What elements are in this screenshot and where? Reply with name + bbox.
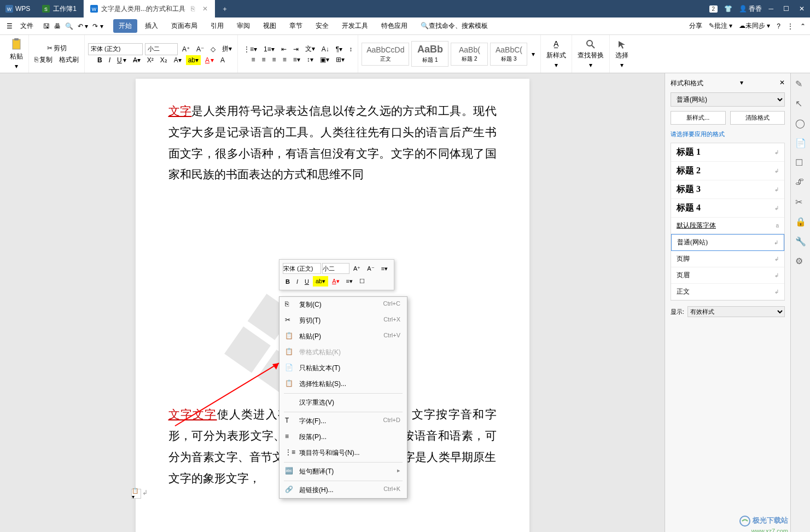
text-direction-icon[interactable]: 文▾ — [303, 43, 317, 55]
file-menu[interactable]: 文件 — [16, 19, 38, 33]
copy-button[interactable]: ⎘ 复制 — [32, 54, 55, 66]
clear-format-icon[interactable]: ◇ — [208, 44, 218, 54]
share-button[interactable]: 分享 — [689, 21, 702, 31]
undo-icon[interactable]: ↶ ▾ — [78, 22, 88, 30]
current-style-select[interactable]: 普通(网站) — [671, 92, 785, 107]
font-size-select[interactable] — [145, 43, 178, 55]
style-h2[interactable]: AaBb(标题 2 — [451, 43, 488, 66]
close-window-icon[interactable]: ✕ — [799, 5, 805, 13]
mini-fontcolor-icon[interactable]: A▾ — [329, 276, 342, 287]
mini-align-icon[interactable]: ≡▾ — [343, 276, 356, 287]
format-painter-button[interactable]: 格式刷 — [57, 54, 81, 66]
align-left-icon[interactable]: ≡ — [249, 55, 258, 65]
style-h3[interactable]: AaBbC(标题 3 — [490, 43, 527, 66]
style-item[interactable]: 标题 3↲ — [671, 180, 784, 199]
ctx-link[interactable]: 🔗超链接(H)...Ctrl+K — [279, 482, 407, 498]
menu-tab-layout[interactable]: 页面布局 — [166, 19, 203, 33]
mini-italic-icon[interactable]: I — [294, 277, 301, 287]
line-spacing-icon[interactable]: ↕▾ — [305, 55, 316, 65]
mini-highlight-icon[interactable]: ab▾ — [313, 276, 328, 287]
font-color-icon[interactable]: A▾ — [203, 55, 216, 65]
ctx-item[interactable]: 汉字重选(V) — [279, 395, 407, 411]
borders-icon[interactable]: ⊞▾ — [334, 55, 347, 65]
rail-edit-icon[interactable]: ✎ — [795, 79, 806, 90]
menu-tab-home[interactable]: 开始 — [113, 19, 137, 33]
menu-tab-dev[interactable]: 开发工具 — [336, 19, 374, 33]
style-item[interactable]: 普通(网站)↲ — [671, 234, 784, 251]
ctx-paste-sel[interactable]: 📋选择性粘贴(S)... — [279, 376, 407, 392]
chevron-icon[interactable]: ⌃ — [800, 22, 806, 30]
preview-icon[interactable]: 🔍 — [65, 22, 73, 30]
shading-icon[interactable]: ▣▾ — [318, 55, 331, 65]
rail-doc-icon[interactable]: 📄 — [795, 138, 806, 149]
rail-gear-icon[interactable]: ⚙ — [795, 256, 806, 267]
menu-tab-view[interactable]: 视图 — [258, 19, 282, 33]
new-style-button[interactable]: A̲ 新样式▾ — [544, 37, 568, 71]
underline-icon[interactable]: U▾ — [115, 55, 129, 65]
phonetic-icon[interactable]: 拼▾ — [220, 43, 234, 55]
strike-icon[interactable]: A̶▾ — [131, 55, 143, 65]
clear-format-panel-button[interactable]: 清除格式 — [730, 111, 785, 125]
style-item[interactable]: 标题 1↲ — [671, 143, 784, 162]
menu-tab-special[interactable]: 特色应用 — [376, 19, 413, 33]
superscript-icon[interactable]: X² — [145, 55, 156, 65]
tab-document[interactable]: W 文字是人类用...的方式和工具 ⎘ ✕ — [84, 0, 215, 17]
show-styles-select[interactable]: 有效样式 — [687, 306, 785, 317]
decrease-font-icon[interactable]: A⁻ — [194, 44, 206, 54]
paste-options-button[interactable]: 📋▾ — [131, 489, 141, 499]
bold-icon[interactable]: B — [95, 55, 104, 65]
hamburger-icon[interactable]: ☰ — [4, 20, 15, 32]
ctx-translate[interactable]: 🔤短句翻译(T)▸ — [279, 464, 407, 480]
text-effect-icon[interactable]: A▾ — [172, 55, 184, 65]
collapse-icon[interactable]: ⋮ — [787, 22, 794, 30]
ctx-paste[interactable]: 📋粘贴(P)Ctrl+V — [279, 329, 407, 344]
mini-font-select[interactable] — [283, 263, 321, 274]
increase-indent-icon[interactable]: ⇥ — [291, 44, 301, 54]
ctx-bullets[interactable]: ⋮≡项目符号和编号(N)... — [279, 445, 407, 461]
ctx-font[interactable]: T字体(F)...Ctrl+D — [279, 413, 407, 429]
style-h1[interactable]: AaBb标题 1 — [411, 41, 448, 67]
search-box[interactable]: 🔍查找命令、搜索模板 — [415, 19, 493, 33]
increase-font-icon[interactable]: A⁺ — [180, 44, 192, 54]
mini-size-select[interactable] — [322, 263, 349, 274]
ctx-para[interactable]: ≡段落(P)... — [279, 429, 407, 445]
rail-link-icon[interactable]: 🖇 — [795, 177, 806, 188]
style-item[interactable]: 页脚↲ — [671, 251, 784, 267]
select-button[interactable]: 选择▾ — [613, 37, 631, 71]
mini-list-icon[interactable]: ≡▾ — [378, 264, 391, 274]
mini-underline-icon[interactable]: U — [302, 277, 312, 287]
rail-clip-icon[interactable]: ✂ — [795, 197, 806, 208]
paragraph-1[interactable]: 文字是人类用符号记录表达信息以传之久远的方式和工具。现代文字大多是记录语言的工具… — [168, 101, 497, 185]
rail-tool-icon[interactable]: 🔧 — [795, 236, 806, 247]
find-replace-button[interactable]: 查找替换▾ — [575, 37, 606, 71]
maximize-icon[interactable]: ☐ — [783, 5, 789, 13]
ctx-cut[interactable]: ✂剪切(T)Ctrl+X — [279, 313, 407, 329]
mini-outline-icon[interactable]: ☐ — [357, 276, 368, 287]
show-marks-icon[interactable]: ¶▾ — [334, 44, 345, 54]
sync-button[interactable]: ☁未同步 ▾ — [739, 21, 770, 31]
cut-button[interactable]: ✂ 剪切 — [45, 43, 69, 54]
ctx-paste-text[interactable]: 📄只粘贴文本(T) — [279, 360, 407, 376]
style-normal[interactable]: AaBbCcDd正文 — [362, 43, 409, 66]
panel-close-icon[interactable]: ✕ — [779, 79, 785, 88]
style-item[interactable]: 标题 2↲ — [671, 162, 784, 180]
style-item[interactable]: 页眉↲ — [671, 267, 784, 284]
save-icon[interactable]: 🖫 — [43, 22, 50, 30]
subscript-icon[interactable]: X₂ — [158, 55, 170, 65]
align-center-icon[interactable]: ≡ — [260, 55, 268, 65]
notification-badge[interactable]: 2 — [709, 5, 718, 13]
align-justify-icon[interactable]: ≡ — [281, 55, 289, 65]
new-style-panel-button[interactable]: 新样式... — [671, 111, 726, 125]
rail-box-icon[interactable]: ☐ — [795, 157, 806, 168]
annotate-button[interactable]: ✎批注 ▾ — [709, 21, 732, 31]
line-space-icon[interactable]: ↕ — [347, 44, 354, 54]
menu-tab-review[interactable]: 审阅 — [231, 19, 255, 33]
sort-icon[interactable]: A↓ — [319, 44, 331, 54]
bullets-icon[interactable]: ⋮≡▾ — [241, 44, 259, 54]
styles-more-icon[interactable]: ▾ — [529, 50, 537, 58]
align-right-icon[interactable]: ≡ — [270, 55, 278, 65]
tab-close-icon[interactable]: ✕ — [202, 5, 208, 13]
distribute-icon[interactable]: ≡▾ — [291, 55, 302, 65]
font-name-select[interactable] — [88, 43, 143, 55]
paste-button[interactable]: 粘贴▾ — [8, 36, 25, 72]
